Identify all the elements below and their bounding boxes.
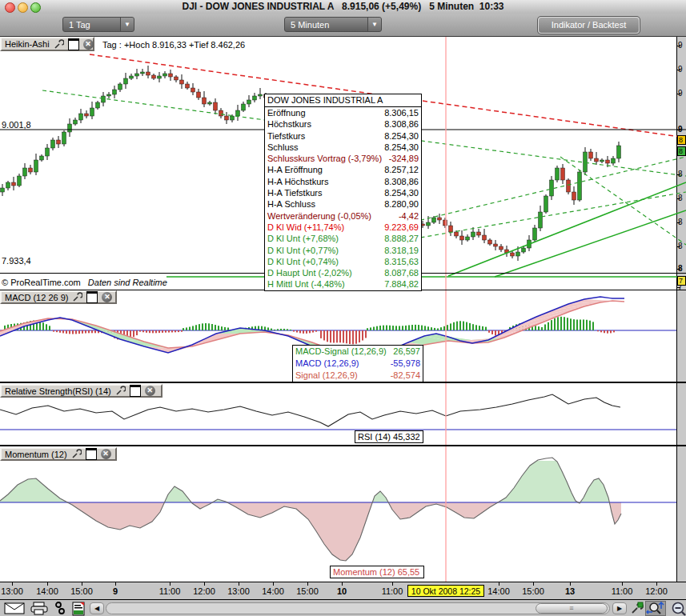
time-tick-label: 10 <box>337 586 347 596</box>
copyright-label: © ProRealTime.com Daten sind Realtime <box>2 278 167 287</box>
close-icon[interactable]: ✕ <box>145 386 155 396</box>
price-level-upper-label: 9.001,8 <box>2 120 31 130</box>
price-tooltip: DOW JONES INDUSTRIAL A Eröffnung8.306,15… <box>264 94 422 291</box>
time-tick <box>392 582 393 586</box>
wrench-icon[interactable] <box>115 386 126 396</box>
tooltip-rows: Eröffnung8.306,15Höchstkurs8.308,86Tiefs… <box>265 107 421 290</box>
time-tick <box>307 582 308 586</box>
time-tick <box>12 582 13 586</box>
macd-indicator-box: MACD (12 26 9) ✕ <box>0 290 117 304</box>
time-tick-label: 9 <box>113 586 118 596</box>
scroll-left-button[interactable]: ◀ <box>90 602 104 614</box>
tooltip-row: H-A Schluss8.280,90 <box>265 198 421 210</box>
tooltip-row: Schluss8.254,30 <box>265 142 421 153</box>
time-tick <box>273 582 274 586</box>
time-tick <box>170 582 170 586</box>
window-icon[interactable] <box>86 448 97 460</box>
time-axis: 10 Okt 2008 12:25 13:0014:0015:00911:001… <box>0 582 686 599</box>
mail-icon[interactable] <box>4 602 25 615</box>
window-title: DJI - DOW JONES INDUSTRIAL A 8.915,06 (+… <box>0 1 686 12</box>
zoom-select-tool[interactable] <box>645 601 666 616</box>
macd-label: MACD (12 26 9) <box>5 293 68 302</box>
time-tick-label: 14:00 <box>487 586 510 596</box>
scrollbar-thumb[interactable]: ≡ <box>536 603 608 614</box>
time-tick-label: 15:00 <box>296 586 319 596</box>
window-icon[interactable] <box>130 385 141 397</box>
highlighted-datetime: 10 Okt 2008 12:25 <box>407 585 484 597</box>
time-tick-label: 12:00 <box>645 586 668 596</box>
momentum-indicator-box: Momentum (12) ✕ <box>0 447 117 461</box>
price-marker-badge: 7 <box>677 276 686 286</box>
chevron-down-icon[interactable]: ▼ <box>120 18 134 31</box>
status-bar: ◀ ≡ ▶ <box>0 599 686 616</box>
price-tick-label: 8 <box>678 218 683 226</box>
time-tick-label: 13:00 <box>227 586 250 596</box>
tooltip-row: Tiefstkurs8.254,30 <box>265 130 421 142</box>
tooltip-row: H-A Eröffnung8.257,12 <box>265 164 421 175</box>
copyright-text: © ProRealTime.com <box>2 278 81 287</box>
time-tick-label: 14:00 <box>262 586 284 596</box>
main-indicator-label: Heikin-Ashi <box>5 39 50 49</box>
time-tick <box>499 582 499 586</box>
tooltip-row: D Kl Unt (+0,77%)8.318,19 <box>265 245 421 256</box>
price-level-lower-label: 7.933,4 <box>2 256 31 266</box>
indikator-backtest-button[interactable]: Indikator / Backtest <box>538 17 640 34</box>
rsi-label: Relative Strength(RSI) (14) <box>5 386 111 396</box>
day-range-label: Tag : +Hoch 8.916,33 +Tief 8.462,26 <box>102 40 245 50</box>
tooltip-row: H-A Höchstkurs8.308,86 <box>265 176 421 187</box>
price-axis-strip <box>676 36 686 582</box>
separator-rsi <box>0 445 686 446</box>
close-icon[interactable]: ✕ <box>101 449 111 459</box>
close-icon[interactable]: ✕ <box>83 39 94 50</box>
time-tick-label: 14:00 <box>36 586 58 596</box>
report-icon[interactable] <box>72 602 85 616</box>
price-marker-badge: 8 <box>677 146 686 156</box>
wrench-icon[interactable] <box>54 39 64 50</box>
wrench-icon[interactable] <box>71 449 82 459</box>
chevron-down-icon[interactable]: ▼ <box>367 18 381 31</box>
tooltip-row: H-A Tiefstkurs8.254,30 <box>265 187 421 198</box>
zoom-out-icon[interactable] <box>672 602 686 616</box>
time-tick <box>239 582 239 586</box>
tooltip-row: D Kl Unt (+0,74%)8.315,63 <box>265 256 421 267</box>
time-tick-label: 15:00 <box>70 586 93 596</box>
main-indicator-box: Heikin-Ashi ✕ <box>0 37 94 51</box>
tooltip-row: H Mittl Unt (-4,48%)7.884,82 <box>265 278 421 290</box>
price-tick-label: 8 <box>678 264 683 273</box>
tooltip-row: Wertveränderung (-0,05%)-4,42 <box>265 210 421 222</box>
print-icon[interactable] <box>30 602 49 615</box>
timeframe-value: 1 Tag <box>63 20 120 30</box>
tooltip-row: Schlusskurs Vortrag (-3,79%)-324,89 <box>265 153 421 164</box>
close-icon[interactable]: ✕ <box>102 292 112 302</box>
tooltip-row: D Kl Unt (+7,68%)8.888,27 <box>265 233 421 244</box>
wrench-icon[interactable] <box>72 292 82 302</box>
price-tick-label: 9 <box>678 89 683 98</box>
window-icon[interactable] <box>86 291 98 303</box>
horizontal-scrollbar[interactable]: ≡ <box>106 602 610 614</box>
price-tick-label: 8 <box>678 194 683 202</box>
time-tick <box>115 582 116 586</box>
title-bar: DJI - DOW JONES INDUSTRIAL A 8.915,06 (+… <box>0 0 686 14</box>
time-tick-label: 13:00 <box>1 586 23 596</box>
scroll-right-button[interactable]: ▶ <box>612 602 627 614</box>
interval-dropdown[interactable]: 5 Minuten ▼ <box>284 17 382 32</box>
price-tick-label: 9 <box>678 41 683 50</box>
time-tick <box>622 582 623 586</box>
macd-tooltip-row: Signal (12,26,9)-82,574 <box>293 370 423 382</box>
time-tick-label: 13 <box>565 586 575 596</box>
chart-settings-wrench-icon[interactable] <box>630 602 644 615</box>
price-tick-label: 8 <box>678 242 683 250</box>
timeframe-dropdown[interactable]: 1 Tag ▼ <box>62 17 134 32</box>
macd-tooltip-row: MACD-Signal (12,26,9)26,597 <box>293 346 423 358</box>
momentum-label: Momentum (12) <box>5 450 67 459</box>
time-tick-label: 11:00 <box>159 586 181 596</box>
tooltip-row: Höchstkurs8.308,86 <box>265 118 421 130</box>
interval-value: 5 Minuten <box>285 20 367 30</box>
link-icon[interactable] <box>54 602 66 615</box>
time-tick <box>47 582 48 586</box>
price-tick-label: 9 <box>678 125 683 134</box>
window-icon[interactable] <box>68 38 79 50</box>
time-tick <box>656 582 657 586</box>
time-tick <box>570 582 571 586</box>
time-tick-label: 11:00 <box>612 586 633 596</box>
